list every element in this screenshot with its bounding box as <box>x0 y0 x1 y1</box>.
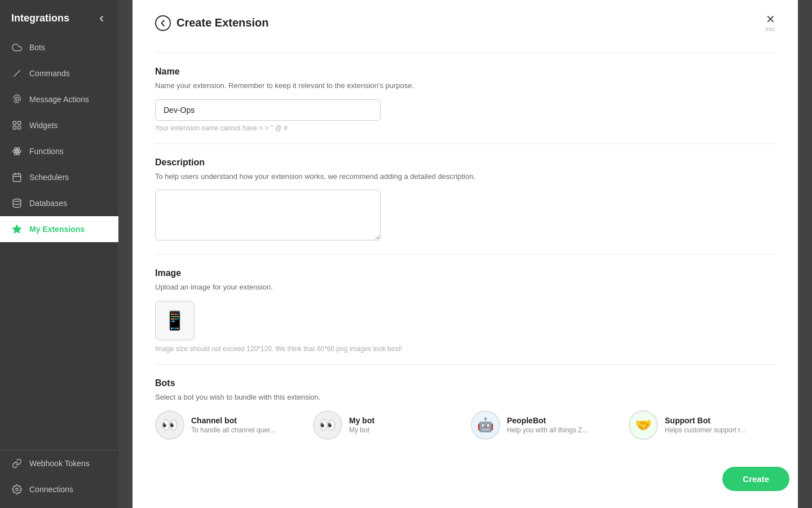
sidebar-bottom: Webhook Tokens Connections <box>0 450 118 508</box>
name-divider <box>155 143 775 144</box>
sidebar-item-bots-label: Bots <box>29 43 45 52</box>
description-section-desc: To help users understand how your extens… <box>155 171 775 182</box>
star-icon <box>11 224 23 235</box>
close-button[interactable]: ✕ esc <box>766 14 775 32</box>
sidebar-item-connections[interactable]: Connections <box>0 476 118 502</box>
bots-section-desc: Select a bot you wish to bundle with thi… <box>155 392 775 403</box>
bot-info-channel: Channel bot To handle all channel quer..… <box>191 416 275 434</box>
atom-icon <box>11 146 23 157</box>
bot-avatar-supportbot: 🤝 <box>629 410 658 440</box>
svg-rect-2 <box>18 121 21 124</box>
image-placeholder-icon: 📱 <box>164 310 186 331</box>
sidebar-item-functions-label: Functions <box>29 147 64 156</box>
svg-line-0 <box>14 71 20 77</box>
svg-point-13 <box>13 199 21 202</box>
sidebar-item-message-actions[interactable]: Message Actions <box>0 86 118 112</box>
bot-avatar-channel: 👀 <box>155 410 184 440</box>
back-button[interactable] <box>155 15 171 31</box>
sidebar-item-commands-label: Commands <box>29 69 70 78</box>
database-icon <box>11 198 23 209</box>
bot-name-peoplebot: PeopleBot <box>507 416 588 425</box>
bot-avatar-peoplebot: 🤖 <box>471 410 500 440</box>
sidebar-item-databases-label: Databases <box>29 199 67 208</box>
calendar-icon <box>11 172 23 183</box>
name-section-title: Name <box>155 67 775 77</box>
svg-marker-14 <box>13 225 21 233</box>
description-textarea[interactable] <box>155 190 381 240</box>
sidebar-item-functions[interactable]: Functions <box>0 138 118 164</box>
image-divider <box>155 364 775 365</box>
svg-rect-4 <box>18 126 21 129</box>
bot-name-mybot: My bot <box>349 416 374 425</box>
close-esc-label: esc <box>766 26 775 32</box>
link-icon <box>11 458 23 469</box>
bot-name-channel: Channel bot <box>191 416 275 425</box>
bot-avatar-mybot: 👀 <box>313 410 342 440</box>
sidebar-item-connections-label: Connections <box>29 485 73 494</box>
cloud-icon <box>11 42 23 53</box>
bot-card-supportbot[interactable]: 🤝 Support Bot Helps customer support r..… <box>629 410 775 440</box>
bots-section: Bots Select a bot you wish to bundle wit… <box>155 378 775 440</box>
sidebar-item-my-extensions-label: My Extensions <box>29 225 85 234</box>
bot-desc-supportbot: Helps customer support r... <box>665 426 745 434</box>
main-area: Create Extension ✕ esc Name Name your ex… <box>118 0 812 508</box>
sidebar-item-databases[interactable]: Databases <box>0 190 118 216</box>
sidebar-item-commands[interactable]: Commands <box>0 60 118 86</box>
sidebar-item-widgets[interactable]: Widgets <box>0 112 118 138</box>
create-extension-modal: Create Extension ✕ esc Name Name your ex… <box>133 0 798 508</box>
bot-desc-peoplebot: Help you with all things Z... <box>507 426 588 434</box>
svg-point-15 <box>16 488 19 491</box>
bots-grid: 👀 Channel bot To handle all channel quer… <box>155 410 775 440</box>
description-section: Description To help users understand how… <box>155 157 775 243</box>
close-x-icon: ✕ <box>766 14 775 25</box>
sidebar-item-message-actions-label: Message Actions <box>29 95 89 104</box>
header-divider <box>155 52 775 53</box>
sidebar-title: Integrations <box>0 0 118 34</box>
sidebar-toggle-button[interactable] <box>96 13 107 24</box>
name-input[interactable] <box>155 99 381 121</box>
image-section-desc: Upload an image for your extension. <box>155 282 775 293</box>
svg-point-5 <box>16 151 18 152</box>
bot-info-supportbot: Support Bot Helps customer support r... <box>665 416 745 434</box>
bot-name-supportbot: Support Bot <box>665 416 745 425</box>
svg-rect-1 <box>13 121 16 124</box>
bot-desc-mybot: My bot <box>349 426 374 434</box>
slash-icon <box>11 68 23 79</box>
description-section-title: Description <box>155 157 775 168</box>
bot-card-channel[interactable]: 👀 Channel bot To handle all channel quer… <box>155 410 302 440</box>
bots-section-title: Bots <box>155 378 775 388</box>
description-divider <box>155 254 775 255</box>
modal-title-row: Create Extension <box>155 15 268 31</box>
svg-rect-9 <box>13 174 21 182</box>
svg-rect-3 <box>13 126 16 129</box>
name-input-hint: Your extension name cannot have < > " @ … <box>155 124 775 132</box>
sidebar-item-widgets-label: Widgets <box>29 121 58 130</box>
sidebar-item-webhook-tokens[interactable]: Webhook Tokens <box>0 450 118 476</box>
modal-header: Create Extension ✕ esc <box>155 0 775 41</box>
gear-icon <box>11 484 23 495</box>
sidebar-item-schedulers-label: Schedulers <box>29 173 69 182</box>
sidebar-item-schedulers[interactable]: Schedulers <box>0 164 118 190</box>
sidebar-item-bots[interactable]: Bots <box>0 34 118 60</box>
name-section: Name Name your extension. Remember to ke… <box>155 67 775 132</box>
bot-info-mybot: My bot My bot <box>349 416 374 434</box>
bot-desc-channel: To handle all channel quer... <box>191 426 275 434</box>
modal-title: Create Extension <box>176 16 268 29</box>
create-button[interactable]: Create <box>722 467 789 491</box>
bot-card-mybot[interactable]: 👀 My bot My bot <box>313 410 460 440</box>
image-section-title: Image <box>155 268 775 278</box>
fingerprint-icon <box>11 94 23 105</box>
sidebar-item-my-extensions[interactable]: My Extensions <box>0 216 118 242</box>
image-upload-box[interactable]: 📱 <box>155 301 195 340</box>
name-section-desc: Name your extension. Remember to keep it… <box>155 80 775 91</box>
image-section: Image Upload an image for your extension… <box>155 268 775 353</box>
image-hint: Image size should not exceed 120*120. We… <box>155 345 775 353</box>
sidebar-item-webhook-tokens-label: Webhook Tokens <box>29 459 90 468</box>
sidebar-title-text: Integrations <box>11 12 69 24</box>
bot-info-peoplebot: PeopleBot Help you with all things Z... <box>507 416 588 434</box>
bot-card-peoplebot[interactable]: 🤖 PeopleBot Help you with all things Z..… <box>471 410 617 440</box>
grid-icon <box>11 120 23 131</box>
sidebar: Integrations Bots Commands Messa <box>0 0 118 508</box>
